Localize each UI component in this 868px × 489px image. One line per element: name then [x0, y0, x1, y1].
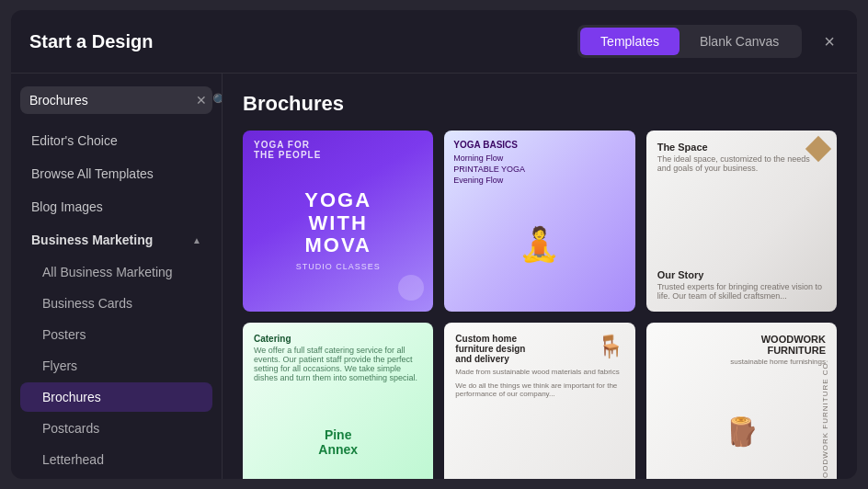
modal: Start a Design Templates Blank Canvas × … — [11, 10, 857, 479]
chevron-up-icon: ▲ — [192, 235, 201, 245]
sidebar: ✕ 🔍 Editor's Choice Browse All Templates… — [11, 74, 223, 479]
content-title: Brochures — [243, 92, 837, 116]
search-input[interactable] — [29, 93, 190, 108]
main-content: Brochures YOGA FORTHE PEOPLE YOGAWITHMOV… — [223, 74, 857, 479]
search-icon[interactable]: 🔍 — [212, 93, 223, 108]
sidebar-item-browse-all[interactable]: Browse All Templates — [20, 158, 212, 189]
tab-blank-canvas[interactable]: Blank Canvas — [680, 28, 799, 55]
templates-grid: YOGA FORTHE PEOPLE YOGAWITHMOVA STUDIO C… — [243, 131, 837, 479]
sidebar-item-all-business-marketing[interactable]: All Business Marketing — [20, 257, 212, 287]
sidebar-item-label: Blog Images — [31, 199, 103, 214]
clear-icon[interactable]: ✕ — [196, 93, 207, 108]
modal-title: Start a Design — [29, 31, 153, 52]
sidebar-item-postcards[interactable]: Postcards — [20, 414, 212, 443]
sidebar-item-editors-choice[interactable]: Editor's Choice — [20, 125, 212, 156]
sidebar-item-label: Editor's Choice — [31, 133, 118, 148]
use-template-button[interactable]: Use template — [490, 208, 590, 234]
template-card[interactable]: WOODWORKFURNITURE sustainable home furni… — [646, 323, 837, 479]
sidebar-item-menus[interactable]: Menus — [20, 476, 212, 479]
use-template-button[interactable]: Use template — [288, 208, 388, 234]
use-template-button[interactable]: Use template — [490, 401, 590, 427]
sidebar-section-label: Business Marketing — [31, 233, 153, 247]
template-card[interactable]: Catering We offer a full staff catering … — [243, 323, 433, 479]
template-card[interactable]: Custom homefurniture designand delivery … — [444, 323, 634, 479]
modal-body: ✕ 🔍 Editor's Choice Browse All Templates… — [11, 74, 857, 479]
use-template-button[interactable]: Use template — [691, 401, 792, 427]
use-template-button[interactable]: Use template — [691, 208, 792, 234]
sidebar-item-business-cards[interactable]: Business Cards — [20, 289, 212, 318]
sidebar-item-business-marketing[interactable]: Business Marketing ▲ — [20, 224, 212, 256]
search-box: ✕ 🔍 — [20, 86, 212, 114]
sidebar-item-brochures[interactable]: Brochures — [20, 382, 212, 412]
modal-overlay: Start a Design Templates Blank Canvas × … — [0, 0, 868, 489]
sidebar-item-blog-images[interactable]: Blog Images — [20, 191, 212, 222]
sidebar-item-posters[interactable]: Posters — [20, 320, 212, 349]
tabs-container: Templates Blank Canvas — [577, 25, 802, 58]
sidebar-item-flyers[interactable]: Flyers — [20, 351, 212, 381]
sidebar-item-letterhead[interactable]: Letterhead — [20, 445, 212, 474]
sidebar-item-label: Browse All Templates — [31, 166, 154, 181]
template-card[interactable]: The Space The ideal space, customized to… — [646, 131, 837, 312]
template-card[interactable]: YOGA BASICS Morning Flow PRINTABLE YOGA … — [444, 131, 634, 312]
close-button[interactable]: × — [820, 28, 839, 54]
template-card[interactable]: YOGA FORTHE PEOPLE YOGAWITHMOVA STUDIO C… — [243, 131, 433, 312]
modal-header: Start a Design Templates Blank Canvas × — [11, 10, 857, 74]
tab-templates[interactable]: Templates — [580, 28, 680, 55]
use-template-button[interactable]: Use template — [288, 401, 388, 427]
